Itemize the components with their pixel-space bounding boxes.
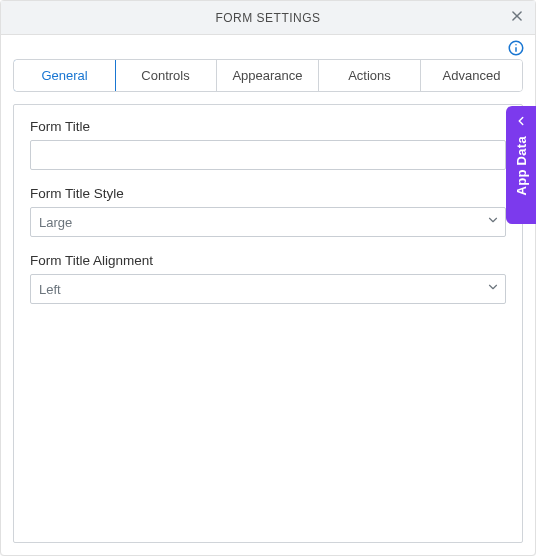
- dialog-header: FORM SETTINGS: [1, 1, 535, 35]
- app-data-handle[interactable]: App Data: [506, 106, 536, 224]
- tab-appearance[interactable]: Appearance: [217, 60, 319, 91]
- tab-label: Appearance: [232, 68, 302, 83]
- field-form-title-alignment: Form Title Alignment Left: [30, 253, 506, 304]
- tab-label: Controls: [141, 68, 189, 83]
- field-form-title: Form Title: [30, 119, 506, 170]
- form-title-label: Form Title: [30, 119, 506, 134]
- tab-actions[interactable]: Actions: [319, 60, 421, 91]
- form-title-alignment-select[interactable]: Left: [30, 274, 506, 304]
- info-row: [1, 35, 535, 57]
- chevron-left-icon: [514, 114, 528, 128]
- close-button[interactable]: [507, 8, 527, 28]
- tab-controls[interactable]: Controls: [115, 60, 217, 91]
- svg-point-4: [515, 44, 517, 46]
- info-button[interactable]: [507, 39, 525, 57]
- select-value: Large: [39, 215, 72, 230]
- info-icon: [507, 43, 525, 60]
- general-panel: Form Title Form Title Style Large Form T…: [13, 104, 523, 543]
- form-settings-dialog: FORM SETTINGS General Controls Appearanc…: [0, 0, 536, 556]
- form-title-style-select-wrap: Large: [30, 207, 506, 237]
- form-title-input[interactable]: [30, 140, 506, 170]
- form-title-alignment-label: Form Title Alignment: [30, 253, 506, 268]
- tab-label: General: [41, 68, 87, 83]
- form-title-alignment-select-wrap: Left: [30, 274, 506, 304]
- tab-advanced[interactable]: Advanced: [421, 60, 522, 91]
- close-icon: [510, 9, 524, 27]
- form-title-style-select[interactable]: Large: [30, 207, 506, 237]
- select-value: Left: [39, 282, 61, 297]
- app-data-label: App Data: [514, 136, 529, 195]
- tab-general[interactable]: General: [13, 59, 116, 92]
- form-title-style-label: Form Title Style: [30, 186, 506, 201]
- content-area: Form Title Form Title Style Large Form T…: [1, 92, 535, 555]
- dialog-title: FORM SETTINGS: [215, 11, 320, 25]
- tab-label: Advanced: [443, 68, 501, 83]
- field-form-title-style: Form Title Style Large: [30, 186, 506, 237]
- tab-label: Actions: [348, 68, 391, 83]
- tabs: General Controls Appearance Actions Adva…: [13, 59, 523, 92]
